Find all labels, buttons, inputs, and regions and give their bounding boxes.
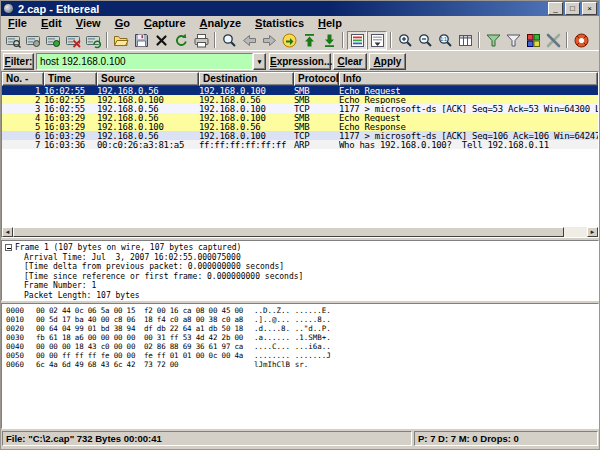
hex-ascii[interactable]: lJmIhClB sr.: [254, 360, 598, 369]
toolbar-goto-packet-icon[interactable]: [279, 31, 299, 50]
hex-ascii[interactable]: ........ .......J: [254, 351, 598, 360]
hex-ascii[interactable]: .]..@... .....8..: [254, 315, 598, 324]
details-line[interactable]: Arrival Time: Jul 3, 2007 16:02:55.00007…: [2, 253, 598, 263]
apply-button[interactable]: Apply: [369, 53, 406, 70]
main-toolbar: 1:1: [1, 30, 599, 51]
column-header-destination[interactable]: Destination: [199, 72, 294, 86]
filter-input[interactable]: [36, 53, 253, 70]
toolbar-back-icon[interactable]: [239, 31, 259, 50]
menu-analyze[interactable]: Analyze: [193, 17, 249, 29]
toolbar-auto-scroll-icon[interactable]: [367, 31, 387, 50]
toolbar-goto-bottom-icon[interactable]: [319, 31, 339, 50]
toolbar-help-icon[interactable]: [571, 31, 591, 50]
hex-bytes[interactable]: 00 00 00 18 43 c0 00 00 02 86 88 69 36 6…: [36, 342, 254, 351]
hex-ascii[interactable]: ....C... ...i6a..: [254, 342, 598, 351]
column-header-info[interactable]: Info: [339, 72, 598, 86]
hex-ascii[interactable]: .a...... .1.SMB+.: [254, 333, 598, 342]
menu-view[interactable]: View: [69, 17, 108, 29]
packet-row[interactable]: 716:03:3600:c0:26:a3:81:a5 ff:ff:ff:ff:f…: [2, 140, 598, 149]
hex-line[interactable]: 0030 fb 61 18 a6 00 00 00 00 00 31 ff 53…: [2, 333, 598, 342]
packet-row[interactable]: 516:03:29192.168.0.100 192.168.0.56SMBEc…: [2, 122, 598, 131]
toolbar-capture-start-icon[interactable]: [43, 31, 63, 50]
hex-bytes[interactable]: 6c 4a 6d 49 68 43 6c 42 73 72 00: [36, 360, 254, 369]
ethereal-window: 2.cap - Ethereal _ □ × FileEditViewGoCap…: [0, 0, 600, 450]
column-header-protocol[interactable]: Protocol: [294, 72, 339, 86]
packet-row[interactable]: 216:02:55192.168.0.100 192.168.0.56SMBEc…: [2, 95, 598, 104]
scrollbar-thumb[interactable]: [13, 227, 564, 237]
toolbar-save-icon[interactable]: [131, 31, 151, 50]
status-bar: File: "C:\2.cap" 732 Bytes 00:00:41 P: 7…: [1, 431, 599, 446]
hex-bytes[interactable]: fb 61 18 a6 00 00 00 00 00 31 ff 53 4d 4…: [36, 333, 254, 342]
details-line[interactable]: [Time delta from previous packet: 0.0000…: [2, 262, 598, 272]
packet-row[interactable]: 616:03:29192.168.0.56 192.168.0.100TCP11…: [2, 131, 598, 140]
collapse-expander-icon[interactable]: [5, 244, 12, 251]
toolbar-separator: [390, 32, 392, 48]
titlebar[interactable]: 2.cap - Ethereal _ □ ×: [1, 1, 599, 16]
menu-statistics[interactable]: Statistics: [248, 17, 311, 29]
hex-offset: 0020: [2, 324, 36, 333]
toolbar-reload-icon[interactable]: [171, 31, 191, 50]
toolbar-forward-icon[interactable]: [259, 31, 279, 50]
filter-button[interactable]: Filter:: [3, 53, 34, 70]
menu-help[interactable]: Help: [311, 17, 349, 29]
filter-dropdown-arrow-icon[interactable]: ▾: [253, 53, 266, 70]
hex-line[interactable]: 0060 6c 4a 6d 49 68 43 6c 42 73 72 00 lJ…: [2, 360, 598, 369]
expression-button[interactable]: Expression...: [269, 53, 331, 70]
hex-line[interactable]: 0000 00 02 44 0c 06 5a 00 15 f2 00 16 ca…: [2, 306, 598, 315]
hex-ascii[interactable]: ..D..Z.. ......E.: [254, 306, 598, 315]
toolbar-resize-columns-icon[interactable]: [455, 31, 475, 50]
menu-capture[interactable]: Capture: [137, 17, 193, 29]
column-header-no[interactable]: No. -: [2, 72, 44, 86]
hex-line[interactable]: 0040 00 00 00 18 43 c0 00 00 02 86 88 69…: [2, 342, 598, 351]
details-line[interactable]: [Time since reference or first frame: 0.…: [2, 272, 598, 282]
ethereal-app-icon: [3, 3, 14, 14]
hex-bytes[interactable]: 00 02 44 0c 06 5a 00 15 f2 00 16 ca 08 0…: [36, 306, 254, 315]
scroll-left-icon[interactable]: ◄: [2, 227, 13, 237]
toolbar-separator: [106, 32, 108, 48]
scroll-right-icon[interactable]: ►: [587, 227, 598, 237]
toolbar-zoom-out-icon[interactable]: [415, 31, 435, 50]
packet-row[interactable]: 116:02:55192.168.0.56 192.168.0.100SMBEc…: [2, 86, 598, 95]
toolbar-capture-stop-icon[interactable]: [63, 31, 83, 50]
details-line[interactable]: Frame Number: 1: [2, 281, 598, 291]
hex-line[interactable]: 0010 00 5d 17 ba 40 00 c8 06 18 f4 c0 a8…: [2, 315, 598, 324]
packet-row[interactable]: 316:02:55192.168.0.56 192.168.0.100TCP11…: [2, 104, 598, 113]
minimize-button[interactable]: _: [548, 2, 563, 15]
horizontal-scrollbar[interactable]: ◄ ►: [2, 227, 598, 237]
toolbar-preferences-icon[interactable]: [543, 31, 563, 50]
toolbar-close-icon[interactable]: [151, 31, 171, 50]
toolbar-capture-restart-icon[interactable]: [83, 31, 103, 50]
details-line[interactable]: Frame 1 (107 bytes on wire, 107 bytes ca…: [2, 243, 598, 253]
toolbar-capture-options-icon[interactable]: [23, 31, 43, 50]
toolbar-display-filter-icon[interactable]: [503, 31, 523, 50]
toolbar-goto-top-icon[interactable]: [299, 31, 319, 50]
toolbar-zoom-100-icon[interactable]: 1:1: [435, 31, 455, 50]
toolbar-interfaces-icon[interactable]: [3, 31, 23, 50]
hex-bytes[interactable]: 00 00 ff ff ff fe 00 00 fe ff 01 01 00 0…: [36, 351, 254, 360]
toolbar-capture-filter-icon[interactable]: [483, 31, 503, 50]
hex-ascii[interactable]: .d....8. .."d..P.: [254, 324, 598, 333]
menu-edit[interactable]: Edit: [34, 17, 69, 29]
packet-row[interactable]: 416:03:29192.168.0.56 192.168.0.100SMBEc…: [2, 113, 598, 122]
column-header-source[interactable]: Source: [97, 72, 199, 86]
packet-list-body: 116:02:55192.168.0.56 192.168.0.100SMBEc…: [2, 86, 598, 227]
toolbar-separator: [478, 32, 480, 48]
close-button[interactable]: ×: [582, 2, 597, 15]
hex-bytes[interactable]: 00 64 04 99 01 bd 38 94 df db 22 64 a1 d…: [36, 324, 254, 333]
hex-offset: 0060: [2, 360, 36, 369]
toolbar-colorize-icon[interactable]: [347, 31, 367, 50]
column-header-time[interactable]: Time: [44, 72, 97, 86]
hex-bytes[interactable]: 00 5d 17 ba 40 00 c8 06 18 f4 c0 a8 00 3…: [36, 315, 254, 324]
toolbar-find-icon[interactable]: [219, 31, 239, 50]
menu-file[interactable]: File: [1, 17, 34, 29]
toolbar-coloring-rules-icon[interactable]: [523, 31, 543, 50]
toolbar-zoom-in-icon[interactable]: [395, 31, 415, 50]
details-line[interactable]: Packet Length: 107 bytes: [2, 291, 598, 301]
toolbar-print-icon[interactable]: [191, 31, 211, 50]
hex-line[interactable]: 0050 00 00 ff ff ff fe 00 00 fe ff 01 01…: [2, 351, 598, 360]
menu-go[interactable]: Go: [108, 17, 137, 29]
hex-line[interactable]: 0020 00 64 04 99 01 bd 38 94 df db 22 64…: [2, 324, 598, 333]
clear-button[interactable]: Clear: [333, 53, 367, 70]
maximize-button[interactable]: □: [565, 2, 580, 15]
toolbar-open-icon[interactable]: [111, 31, 131, 50]
